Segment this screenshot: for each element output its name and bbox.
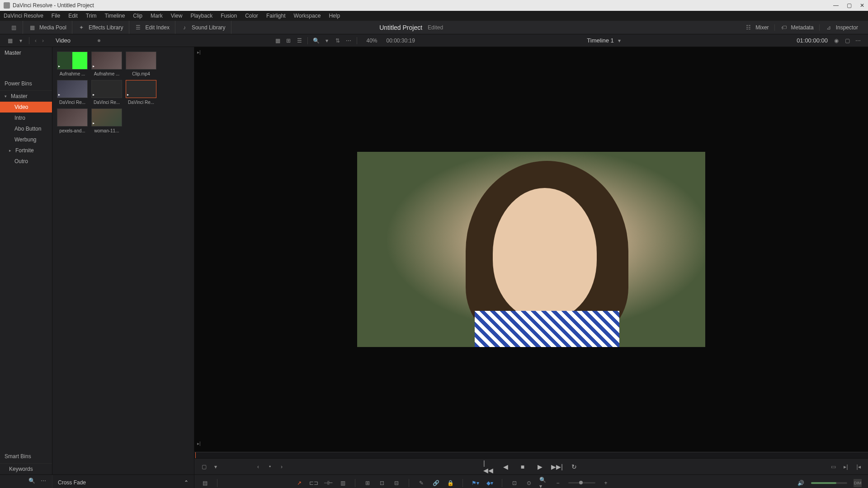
smart-bins-header[interactable]: Smart Bins <box>0 450 52 464</box>
menu-workspace[interactable]: Workspace <box>290 12 325 20</box>
effects-library-toggle[interactable]: ✦ Effects Library <box>72 21 129 34</box>
nav-forward[interactable]: › <box>39 37 47 44</box>
bin-video[interactable]: Video <box>0 102 52 113</box>
overwrite-clip-icon[interactable]: ⊡ <box>378 479 386 487</box>
menu-color[interactable]: Color <box>241 12 262 20</box>
zoom-in-icon[interactable]: + <box>602 479 610 487</box>
menu-view[interactable]: View <box>167 12 186 20</box>
timeline-name[interactable]: Timeline 1 <box>587 37 613 44</box>
prev-edit-icon[interactable]: ‹ <box>254 463 262 471</box>
close-button[interactable]: ✕ <box>860 2 864 9</box>
link-icon[interactable]: 🔗 <box>432 479 440 487</box>
zoom-out-icon[interactable]: − <box>554 479 562 487</box>
insert-icon[interactable]: ▭ <box>829 463 837 471</box>
menu-fairlight[interactable]: Fairlight <box>263 12 289 20</box>
mute-icon[interactable]: 🔊 <box>797 479 805 487</box>
clip-thumb[interactable]: ▸woman-11... <box>91 108 122 133</box>
bin-view-icon[interactable]: ▦ <box>6 37 14 45</box>
list-view-icon[interactable]: ☰ <box>295 37 303 45</box>
bin-master[interactable]: ▾Master <box>0 91 52 102</box>
layout-icon[interactable]: ▥ <box>10 24 17 31</box>
clip-thumb[interactable]: Clip.mp4 <box>126 52 156 76</box>
clip-thumb[interactable]: ▸Aufnahme ... <box>91 52 122 76</box>
zoom-detail-icon[interactable]: 🔍▾ <box>539 479 547 487</box>
replace-clip-icon[interactable]: ⊟ <box>392 479 401 487</box>
thumbnail-view-icon[interactable]: ▦ <box>274 37 282 45</box>
bin-intro[interactable]: Intro <box>0 113 52 123</box>
mixer-toggle[interactable]: ☷ Mixer <box>739 24 774 31</box>
minimize-button[interactable]: — <box>833 2 839 9</box>
lock-icon[interactable]: 🔒 <box>446 479 454 487</box>
menu-edit[interactable]: Edit <box>65 12 81 20</box>
bin-fortnite[interactable]: ▸Fortnite <box>0 145 52 156</box>
trim-tool[interactable]: ⊏⊐ <box>310 479 318 487</box>
clip-thumb[interactable]: pexels-and... <box>57 108 88 133</box>
prev-frame-button[interactable]: ◀ <box>501 462 510 471</box>
clip-thumb[interactable]: ▸DaVinci Re... <box>57 80 88 105</box>
timeline-view-icon[interactable]: ▤ <box>201 479 209 487</box>
dim-button[interactable]: DIM <box>854 479 862 487</box>
match-frame-icon[interactable]: ▸| <box>197 50 205 58</box>
bin-outro[interactable]: Outro <box>0 156 52 167</box>
menu-file[interactable]: File <box>48 12 64 20</box>
grid-view-icon[interactable]: ⊞ <box>284 37 292 45</box>
single-viewer-icon[interactable]: ▢ <box>843 37 851 45</box>
razor-icon[interactable]: ✎ <box>417 479 425 487</box>
viewer-mode-icon[interactable]: ▸| <box>197 441 205 449</box>
sound-library-toggle[interactable]: ♪ Sound Library <box>175 21 231 34</box>
menu-playback[interactable]: Playback <box>187 12 216 20</box>
zoom-fit-icon[interactable]: ⊙ <box>525 479 533 487</box>
menu-mark[interactable]: Mark <box>147 12 166 20</box>
replace-icon[interactable]: |◂ <box>854 463 863 471</box>
media-pool-toggle[interactable]: ▦ Media Pool <box>23 21 72 34</box>
smart-bin-keywords[interactable]: Keywords <box>0 464 52 474</box>
search-icon[interactable]: 🔍 <box>312 37 320 45</box>
collapse-icon[interactable]: ⌃ <box>184 479 189 486</box>
options-icon[interactable]: ⋯ <box>39 477 47 485</box>
viewer-scrubber[interactable] <box>194 452 868 458</box>
next-edit-icon[interactable]: › <box>278 463 286 471</box>
options-icon[interactable]: ⋯ <box>344 37 353 45</box>
viewer-options-icon[interactable]: ⋯ <box>854 37 862 45</box>
stop-button[interactable]: ■ <box>518 462 527 471</box>
sort-icon[interactable]: ⇅ <box>334 37 342 45</box>
menu-clip[interactable]: Clip <box>129 12 146 20</box>
effects-category-header[interactable]: Cross Fade ⌃ <box>52 475 194 488</box>
master-bin[interactable]: Master <box>0 47 52 59</box>
overwrite-icon[interactable]: ▸| <box>842 463 850 471</box>
chevron-down-icon[interactable]: ▾ <box>17 37 25 45</box>
viewer-canvas[interactable]: ▸| ▸| <box>194 47 868 452</box>
filter-icon[interactable]: ▾ <box>323 37 331 45</box>
bin-werbung[interactable]: Werbung <box>0 134 52 145</box>
menu-timeline[interactable]: Timeline <box>101 12 128 20</box>
inspector-toggle[interactable]: ⊿ Inspector <box>820 24 863 31</box>
zoom-slider[interactable] <box>568 482 595 483</box>
timeline-dropdown-icon[interactable]: ▾ <box>615 37 623 45</box>
next-frame-button[interactable]: ▶▶| <box>552 462 561 471</box>
flag-icon[interactable]: ⚑▾ <box>471 479 479 487</box>
edit-index-toggle[interactable]: ☰ Edit Index <box>129 21 175 34</box>
menu-fusion[interactable]: Fusion <box>217 12 241 20</box>
power-bins-header[interactable]: Power Bins <box>0 77 52 91</box>
snap-icon[interactable]: ⊡ <box>510 479 519 487</box>
clip-thumb[interactable]: ▸Aufnahme ... <box>57 52 88 76</box>
menu-help[interactable]: Help <box>325 12 344 20</box>
loop-button[interactable]: ↻ <box>570 462 579 471</box>
search-icon[interactable]: 🔍 <box>28 477 36 485</box>
dynamic-trim-tool[interactable]: ⊣⊢ <box>324 479 332 487</box>
crop-icon[interactable]: ▢ <box>200 463 208 471</box>
volume-slider[interactable] <box>811 482 847 484</box>
play-button[interactable]: ▶ <box>535 462 544 471</box>
dot-icon[interactable]: • <box>266 463 274 471</box>
selection-tool[interactable]: ↗ <box>295 479 303 487</box>
menu-trim[interactable]: Trim <box>82 12 100 20</box>
bypass-icon[interactable]: ◉ <box>832 37 840 45</box>
clip-thumb[interactable]: ▸DaVinci Re... <box>91 80 122 105</box>
blade-tool[interactable]: ▥ <box>339 479 347 487</box>
clip-thumb-selected[interactable]: ▸DaVinci Re... <box>126 80 156 105</box>
bin-abo[interactable]: Abo Button <box>0 123 52 134</box>
nav-back[interactable]: ‹ <box>32 37 39 44</box>
maximize-button[interactable]: ▢ <box>847 2 852 9</box>
chevron-down-icon[interactable]: ▾ <box>212 463 220 471</box>
first-frame-button[interactable]: |◀◀ <box>484 462 493 471</box>
